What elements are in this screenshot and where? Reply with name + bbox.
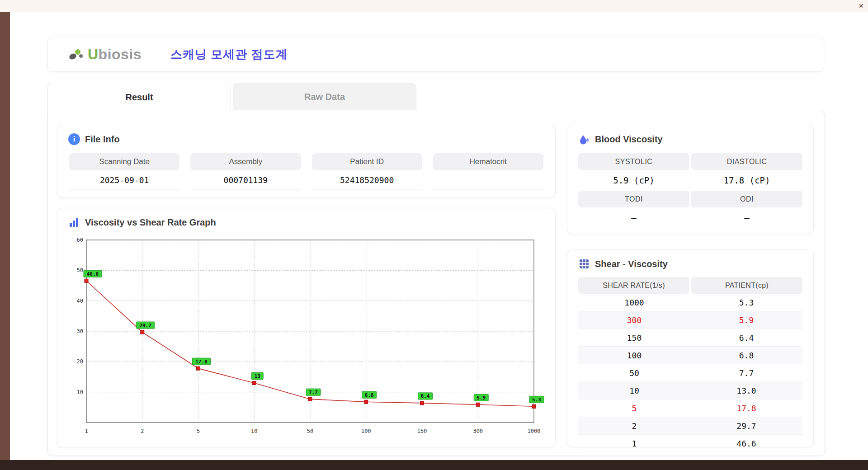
todi-label: TODI: [578, 191, 689, 207]
page-title: 스캐닝 모세관 점도계: [170, 47, 288, 62]
svg-text:50: 50: [307, 428, 313, 434]
shear-viscosity-header: Shear - Viscosity: [567, 250, 813, 274]
odi-value: –: [691, 208, 802, 227]
svg-text:46.6: 46.6: [87, 271, 99, 277]
svg-text:13: 13: [255, 373, 260, 379]
blood-viscosity-title: Blood Viscosity: [595, 134, 663, 145]
shear-rate-cell: 10: [578, 382, 690, 399]
close-button[interactable]: ×: [859, 1, 863, 11]
odi-label: ODI: [691, 191, 802, 207]
shear-rate-cell: 50: [578, 364, 690, 381]
svg-text:150: 150: [417, 428, 427, 434]
tab-bar: Result Raw Data: [47, 83, 416, 111]
shear-rate-cell: 150: [578, 329, 690, 346]
info-icon: i: [68, 133, 80, 145]
svg-text:30: 30: [77, 328, 83, 334]
column-shear-rate: SHEAR RATE(1/s): [578, 277, 689, 294]
bar-chart-icon: [68, 216, 80, 228]
field-label: Hematocrit: [433, 153, 543, 170]
field-scanning-date: Scanning Date 2025-09-01: [69, 153, 179, 190]
droplet-icon: [578, 133, 590, 145]
svg-text:6.4: 6.4: [421, 393, 430, 399]
blood-viscosity-grid: SYSTOLIC DIASTOLIC 5.9 (cP) 17.8 (cP) TO…: [567, 150, 813, 227]
table-row: 1 46.6: [578, 435, 802, 452]
file-info-fields: Scanning Date 2025-09-01 Assembly 000701…: [57, 150, 555, 190]
window-left-border: [0, 5, 10, 470]
svg-text:2: 2: [141, 428, 144, 434]
window-titlebar: ×: [0, 0, 868, 12]
systolic-label: SYSTOLIC: [578, 153, 689, 170]
ubiosis-logo: Ubiosis: [67, 45, 142, 63]
logo-icon: [67, 45, 85, 63]
svg-text:5.9: 5.9: [476, 395, 486, 401]
blood-viscosity-card: Blood Viscosity SYSTOLIC DIASTOLIC 5.9 (…: [567, 125, 814, 234]
viscosity-graph-card: Viscosity vs Shear Rate Graph 1020304050…: [57, 208, 556, 447]
svg-text:10: 10: [77, 389, 83, 395]
app-header: Ubiosis 스캐닝 모세관 점도계: [47, 37, 824, 72]
table-row: 150 6.4: [578, 329, 802, 347]
field-hematocrit: Hematocrit: [433, 153, 543, 190]
svg-text:20: 20: [77, 358, 83, 365]
column-patient: PATIENT(cp): [691, 277, 802, 294]
table-row: 1000 5.3: [578, 294, 802, 311]
table-row: 5 17.8: [578, 400, 802, 417]
shear-rate-cell: 300: [578, 311, 690, 329]
table-row: 2 29.7: [578, 417, 802, 435]
shear-viscosity-card: Shear - Viscosity SHEAR RATE(1/s) PATIEN…: [567, 249, 814, 447]
app-window: Ubiosis 스캐닝 모세관 점도계 Result Raw Data i Fi…: [10, 12, 868, 460]
table-header: SHEAR RATE(1/s) PATIENT(cp): [578, 277, 802, 294]
window-bottom-border: [0, 460, 868, 470]
shear-rate-cell: 1: [578, 435, 690, 452]
field-label: Patient ID: [312, 153, 422, 170]
patient-cell: 46.6: [690, 435, 802, 452]
table-row: 50 7.7: [578, 364, 802, 382]
tab-result[interactable]: Result: [47, 83, 231, 111]
shear-rate-cell: 100: [578, 347, 690, 364]
shear-rate-cell: 1000: [578, 294, 690, 311]
file-info-card: i File Info Scanning Date 2025-09-01 Ass…: [57, 125, 556, 198]
table-body: 1000 5.3 300 5.9 150 6.4 100 6.8: [578, 294, 802, 452]
field-label: Assembly: [190, 153, 301, 170]
svg-text:5: 5: [197, 428, 200, 434]
svg-text:6.8: 6.8: [365, 392, 374, 398]
file-info-title: File Info: [85, 134, 120, 145]
shear-rate-cell: 2: [578, 417, 690, 434]
tab-raw-data[interactable]: Raw Data: [233, 83, 416, 110]
svg-text:60: 60: [77, 237, 83, 243]
patient-cell: 6.8: [690, 347, 802, 364]
table-icon: [578, 258, 590, 270]
field-value: 52418520900: [312, 170, 422, 190]
field-assembly: Assembly 000701139: [190, 153, 301, 190]
svg-text:10: 10: [251, 428, 257, 434]
systolic-value: 5.9 (cP): [578, 171, 689, 190]
diastolic-label: DIASTOLIC: [691, 153, 802, 170]
patient-cell: 5.3: [690, 294, 802, 311]
field-patient-id: Patient ID 52418520900: [312, 153, 422, 190]
svg-text:1: 1: [85, 428, 88, 434]
svg-text:7.7: 7.7: [309, 390, 318, 395]
svg-text:300: 300: [473, 428, 483, 434]
shear-viscosity-table: SHEAR RATE(1/s) PATIENT(cp) 1000 5.3 300…: [578, 277, 802, 452]
graph-header: Viscosity vs Shear Rate Graph: [57, 208, 555, 233]
field-value: 000701139: [190, 170, 301, 190]
shear-rate-cell: 5: [578, 400, 690, 417]
patient-cell: 7.7: [690, 364, 802, 381]
svg-text:50: 50: [77, 267, 83, 273]
table-row: 300 5.9: [578, 311, 802, 329]
svg-text:17.8: 17.8: [195, 359, 208, 365]
field-value: 2025-09-01: [69, 170, 179, 190]
graph-title: Viscosity vs Shear Rate Graph: [85, 217, 216, 228]
blood-viscosity-header: Blood Viscosity: [567, 125, 813, 150]
field-value: [433, 170, 543, 190]
svg-text:29.7: 29.7: [140, 323, 152, 329]
todi-value: –: [578, 208, 689, 227]
patient-cell: 29.7: [690, 417, 802, 434]
patient-cell: 5.9: [690, 311, 802, 329]
field-label: Scanning Date: [69, 153, 179, 170]
viscosity-chart: 1020304050601251050100150300100046.629.7…: [66, 234, 545, 438]
svg-text:40: 40: [77, 298, 83, 304]
patient-cell: 13.0: [690, 382, 802, 399]
svg-text:100: 100: [361, 428, 371, 434]
svg-text:1000: 1000: [528, 428, 541, 434]
diastolic-value: 17.8 (cP): [691, 171, 802, 190]
